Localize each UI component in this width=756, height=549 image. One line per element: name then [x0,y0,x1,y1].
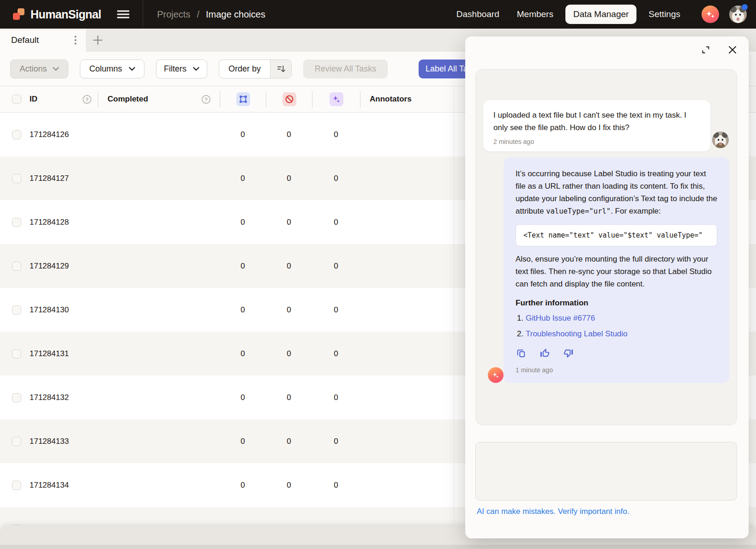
brand-name: HumanSignal [30,8,101,21]
assistant-paragraph-2: Also, ensure you’re mounting the full di… [516,253,717,290]
further-information-heading: Further information [516,298,717,308]
predictions-count: 0 [312,262,360,271]
review-all-label: Review All Tasks [315,64,377,74]
cancelled-count: 0 [266,393,312,402]
sort-icon [276,64,286,74]
kebab-icon[interactable] [69,34,81,46]
annotations-count: 0 [220,218,266,227]
columns-button[interactable]: Columns [80,60,144,78]
filters-label: Filters [164,64,186,74]
completed-help-icon[interactable]: ? [201,95,211,104]
hamburger-menu-icon[interactable] [114,5,132,24]
chevron-down-icon [129,67,135,71]
github-issue-link[interactable]: GitHub Issue #6776 [526,314,595,322]
nav-members[interactable]: Members [511,5,559,24]
predictions-count: 0 [312,393,360,402]
annotations-count: 0 [220,130,266,139]
chat-input[interactable] [475,442,737,501]
thumbs-down-icon[interactable] [563,347,574,358]
app-window: HumanSignal Projects / Image choices Das… [0,0,756,549]
columns-label: Columns [89,64,122,74]
task-id: 171284128 [30,218,69,227]
column-header-completed[interactable]: Completed [108,95,148,104]
annotations-count: 0 [220,174,266,183]
filters-button[interactable]: Filters [156,60,207,78]
actions-button[interactable]: Actions [10,60,68,78]
predictions-icon[interactable] [330,92,343,106]
column-header-id[interactable]: ID [30,95,37,104]
row-checkbox[interactable] [12,262,21,271]
presence-dot [742,4,748,10]
predictions-count: 0 [312,174,360,183]
task-id: 171284130 [30,305,69,315]
user-message-timestamp: 2 minutes ago [493,138,700,145]
predictions-count: 0 [312,130,360,139]
annotations-count: 0 [220,481,266,490]
top-bar: HumanSignal Projects / Image choices Das… [0,0,756,29]
column-header-annotators[interactable]: Annotators [370,95,412,104]
row-checkbox[interactable] [12,305,21,315]
review-all-tasks-button[interactable]: Review All Tasks [303,60,388,78]
order-by-button[interactable]: Order by [219,60,292,78]
add-tab-icon[interactable] [88,29,108,52]
order-by-label: Order by [219,64,270,74]
user-menu[interactable] [729,6,747,23]
annotations-count: 0 [220,305,266,315]
tab-default[interactable]: Default [0,29,86,52]
predictions-count: 0 [312,481,360,490]
cancelled-annotations-icon[interactable] [282,92,296,106]
assistant-message-row: It’s occurring because Label Studio is t… [488,157,729,383]
sparkle-icon [492,371,500,379]
sort-direction-toggle[interactable] [270,60,291,78]
row-checkbox[interactable] [12,130,21,139]
row-checkbox[interactable] [12,218,21,227]
chevron-down-icon [53,67,59,71]
nav-settings[interactable]: Settings [643,5,686,24]
cancelled-count: 0 [266,305,312,315]
task-id: 171284126 [30,130,69,139]
row-checkbox[interactable] [12,349,21,358]
code-block[interactable]: <Text name="text" value="$text" valueTyp… [516,224,717,246]
troubleshooting-link[interactable]: Troubleshooting Label Studio [526,329,628,338]
row-checkbox[interactable] [12,437,21,446]
select-all-checkbox[interactable] [12,95,21,104]
row-checkbox[interactable] [12,174,21,183]
annotations-icon[interactable] [236,92,250,106]
cancelled-count: 0 [266,262,312,271]
cancelled-count: 0 [266,349,312,358]
chat-message-list: I uploaded a text file but I can't see t… [475,69,737,425]
breadcrumb-projects[interactable]: Projects [157,9,190,20]
nav-data-manager[interactable]: Data Manager [565,5,636,24]
reference-links: GitHub Issue #6776 Troubleshooting Label… [516,312,717,340]
bottom-edge-strip [0,545,756,549]
sparkle-icon [705,9,715,19]
ai-disclaimer-text: AI can make mistakes. Verify important i… [477,507,630,516]
annotations-count: 0 [220,437,266,446]
inline-code: valueType="url" [546,207,611,215]
id-help-icon[interactable]: ? [82,95,92,104]
brand-logo[interactable]: HumanSignal [12,7,101,21]
reference-link-item: Troubleshooting Label Studio [526,328,717,340]
predictions-count: 0 [312,218,360,227]
cancelled-count: 0 [266,481,312,490]
breadcrumb-current-project: Image choices [206,9,265,20]
nav-dashboard[interactable]: Dashboard [451,5,505,24]
predictions-count: 0 [312,437,360,446]
topbar-divider [143,0,143,29]
copy-icon[interactable] [516,347,527,358]
breadcrumb: Projects / Image choices [157,9,265,20]
assistant-message-timestamp: 1 minute ago [516,366,717,374]
ai-assistant-panel: I uploaded a text file but I can't see t… [465,36,749,538]
reference-link-item: GitHub Issue #6776 [526,312,717,324]
row-checkbox[interactable] [12,481,21,490]
top-navigation: Dashboard Members Data Manager Settings [451,5,686,24]
annotations-count: 0 [220,393,266,402]
cancelled-count: 0 [266,437,312,446]
expand-icon[interactable] [700,44,712,56]
tab-label: Default [11,35,39,45]
close-icon[interactable] [726,44,738,56]
user-message-text: I uploaded a text file but I can't see t… [493,109,700,134]
row-checkbox[interactable] [12,393,21,402]
thumbs-up-icon[interactable] [539,347,550,358]
ai-sparkle-button[interactable] [702,6,719,23]
